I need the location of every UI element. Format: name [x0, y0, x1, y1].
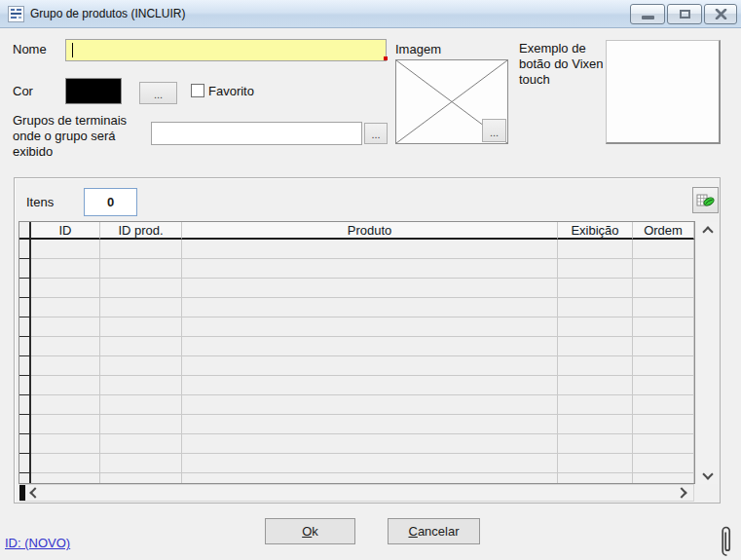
close-button[interactable]	[704, 4, 737, 24]
cor-browse-button[interactable]: ...	[139, 82, 177, 104]
favorito-checkbox[interactable]	[191, 84, 204, 97]
grid-cell[interactable]	[31, 259, 100, 279]
table-row[interactable]	[19, 356, 694, 376]
grid-cell[interactable]	[100, 259, 182, 279]
grid-cell[interactable]	[182, 415, 558, 434]
grid-cell[interactable]	[633, 415, 694, 434]
grid-cell[interactable]	[633, 259, 694, 279]
grid-cell[interactable]	[558, 279, 633, 298]
grid-cell[interactable]	[558, 415, 633, 434]
grid-cell[interactable]	[558, 376, 633, 395]
grid-cell[interactable]	[31, 395, 100, 415]
column-header-produto[interactable]: Produto	[182, 222, 558, 240]
grid-cell[interactable]	[633, 395, 694, 415]
table-row[interactable]	[19, 376, 694, 395]
grid-cell[interactable]	[31, 376, 100, 395]
grid-cell[interactable]	[31, 279, 100, 298]
grid-cell[interactable]	[182, 259, 558, 279]
grid-cell[interactable]	[100, 298, 182, 317]
grid-cell[interactable]	[633, 473, 694, 484]
column-header-exibi-o[interactable]: Exibição	[558, 222, 633, 240]
grid-cell[interactable]	[558, 395, 633, 415]
grid-cell[interactable]	[182, 473, 558, 484]
table-row[interactable]	[19, 298, 694, 317]
grid-cell[interactable]	[633, 279, 694, 298]
grid-cell[interactable]	[182, 434, 558, 454]
table-row[interactable]	[19, 415, 694, 434]
grid-cell[interactable]	[633, 376, 694, 395]
grid-cell[interactable]	[558, 259, 633, 279]
grid-cell[interactable]	[100, 415, 182, 434]
title-bar[interactable]: Grupo de produtos (INCLUIR)	[0, 0, 741, 28]
grid-cell[interactable]	[31, 298, 100, 317]
grid-cell[interactable]	[633, 337, 694, 356]
grid-cell[interactable]	[31, 473, 100, 484]
id-novo-link[interactable]: ID: (NOVO)	[5, 536, 70, 550]
grid-cell[interactable]	[633, 298, 694, 317]
grid-cell[interactable]	[558, 434, 633, 454]
ok-button[interactable]: Ok	[265, 518, 355, 544]
cor-swatch[interactable]	[65, 78, 122, 104]
grid-cell[interactable]	[31, 240, 100, 259]
grid-cell[interactable]	[100, 337, 182, 356]
imagem-browse-button[interactable]: ...	[482, 119, 506, 142]
grid-cell[interactable]	[182, 317, 558, 337]
grid-cell[interactable]	[633, 356, 694, 376]
grupos-terminais-input[interactable]	[151, 122, 362, 145]
grid-cell[interactable]	[558, 356, 633, 376]
table-row[interactable]	[19, 473, 694, 484]
scroll-right-button[interactable]	[673, 485, 689, 501]
column-header-ordem[interactable]: Ordem	[633, 222, 694, 240]
table-row[interactable]	[19, 454, 694, 473]
grid-cell[interactable]	[31, 415, 100, 434]
scroll-up-button[interactable]	[699, 224, 716, 240]
grid-cell[interactable]	[31, 317, 100, 337]
column-header-id[interactable]: ID	[31, 222, 100, 240]
grid-cell[interactable]	[182, 240, 558, 259]
grid-cell[interactable]	[100, 454, 182, 473]
grid-cell[interactable]	[100, 376, 182, 395]
grid-cell[interactable]	[31, 454, 100, 473]
grid-cell[interactable]	[558, 454, 633, 473]
grid-cell[interactable]	[558, 473, 633, 484]
grid-cell[interactable]	[182, 454, 558, 473]
grid-cell[interactable]	[31, 356, 100, 376]
grid-cell[interactable]	[100, 279, 182, 298]
grid-cell[interactable]	[558, 317, 633, 337]
minimize-button[interactable]	[630, 4, 665, 24]
table-row[interactable]	[19, 259, 694, 279]
grid-cell[interactable]	[633, 434, 694, 454]
grid-cell[interactable]	[31, 434, 100, 454]
grid-cell[interactable]	[182, 395, 558, 415]
grid-cell[interactable]	[182, 298, 558, 317]
grid-vertical-scrollbar[interactable]	[697, 222, 718, 484]
grid-cell[interactable]	[182, 279, 558, 298]
table-row[interactable]	[19, 240, 694, 259]
grid-cell[interactable]	[182, 376, 558, 395]
column-header-id-prod-[interactable]: ID prod.	[100, 222, 182, 240]
table-row[interactable]	[19, 434, 694, 454]
grid-cell[interactable]	[100, 356, 182, 376]
table-row[interactable]	[19, 395, 694, 415]
cancel-button[interactable]: Cancelar	[388, 518, 480, 544]
grid-cell[interactable]	[558, 240, 633, 259]
nome-input[interactable]	[65, 39, 387, 61]
grid-cell[interactable]	[100, 240, 182, 259]
scroll-down-button[interactable]	[699, 467, 716, 482]
grid-cell[interactable]	[100, 473, 182, 484]
table-row[interactable]	[19, 317, 694, 337]
export-grid-button[interactable]	[692, 187, 719, 213]
grid-cell[interactable]	[558, 298, 633, 317]
grid-cell[interactable]	[100, 317, 182, 337]
grid-cell[interactable]	[633, 240, 694, 259]
maximize-button[interactable]	[667, 4, 702, 24]
grid-horizontal-scrollbar[interactable]	[19, 484, 694, 502]
grid-cell[interactable]	[558, 337, 633, 356]
table-row[interactable]	[19, 337, 694, 356]
scroll-left-button[interactable]	[26, 485, 43, 501]
grid-cell[interactable]	[100, 434, 182, 454]
grid-cell[interactable]	[100, 395, 182, 415]
table-row[interactable]	[19, 279, 694, 298]
grupos-terminais-browse-button[interactable]: ...	[364, 123, 388, 144]
grid-cell[interactable]	[31, 337, 100, 356]
